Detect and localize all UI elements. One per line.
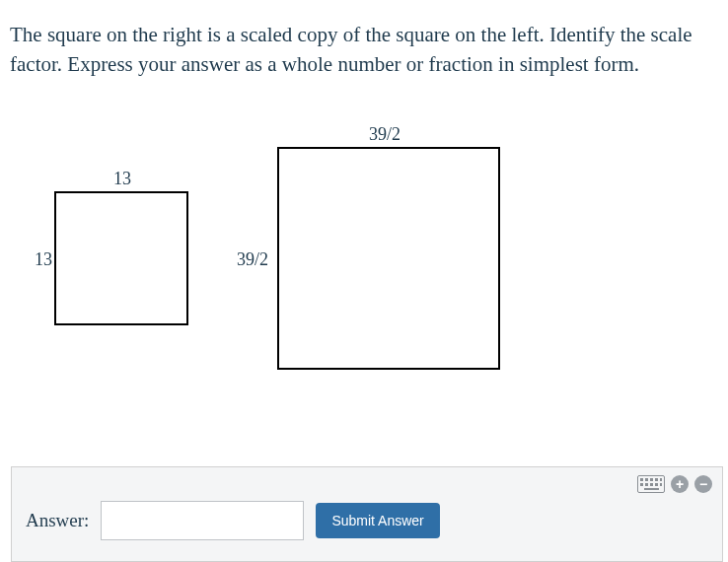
zoom-in-icon[interactable]: + xyxy=(671,475,689,493)
answer-input[interactable] xyxy=(101,501,304,540)
keyboard-icon[interactable] xyxy=(637,475,665,493)
left-square-left-label: 13 xyxy=(35,249,52,270)
submit-button[interactable]: Submit Answer xyxy=(316,503,439,538)
tool-row: + − xyxy=(637,475,712,493)
left-square-top-label: 13 xyxy=(113,169,131,189)
question-text: The square on the right is a scaled copy… xyxy=(0,0,728,80)
right-square-left-label: 39/2 xyxy=(237,249,268,270)
right-square xyxy=(277,147,500,370)
zoom-out-icon[interactable]: − xyxy=(694,475,712,493)
answer-panel: + − Answer: Submit Answer xyxy=(11,466,723,562)
answer-row: Answer: Submit Answer xyxy=(26,501,708,540)
answer-label: Answer: xyxy=(26,510,89,531)
right-square-top-label: 39/2 xyxy=(369,124,400,145)
figure-area: 13 13 39/2 39/2 xyxy=(0,119,728,395)
left-square xyxy=(54,191,188,325)
